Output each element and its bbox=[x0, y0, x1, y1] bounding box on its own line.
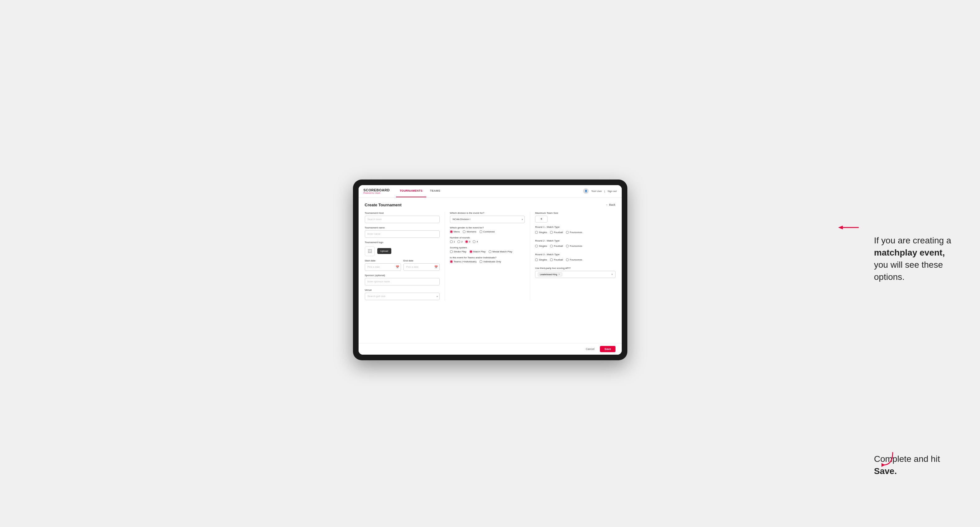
round-1-radio[interactable] bbox=[450, 240, 453, 243]
upload-button[interactable]: Upload bbox=[377, 248, 391, 254]
gender-radio-group: Mens Womens Combined bbox=[450, 230, 525, 233]
rounds-label: Number of rounds bbox=[450, 236, 525, 239]
division-group: Which division is the event for? NCAA Di… bbox=[450, 212, 525, 223]
round2-foursomes[interactable]: Foursomes bbox=[566, 244, 582, 248]
venue-input[interactable] bbox=[365, 293, 440, 300]
nav-tab-teams[interactable]: TEAMS bbox=[426, 185, 444, 198]
scoring-medal-radio[interactable] bbox=[488, 250, 492, 253]
scoring-medal-label: Medal Match Play bbox=[492, 250, 512, 253]
round-4-radio[interactable] bbox=[473, 240, 476, 243]
round1-match-group: Round 1 - Match Type Singles Fourball bbox=[535, 225, 615, 234]
end-date-input[interactable] bbox=[404, 264, 440, 271]
round3-foursomes-radio[interactable] bbox=[566, 258, 569, 261]
tournament-logo-group: Tournament logo 🖼 Upload bbox=[365, 241, 440, 256]
round2-singles-radio[interactable] bbox=[535, 244, 538, 248]
scoring-stroke-radio[interactable] bbox=[450, 250, 453, 253]
round-1-label: 1 bbox=[454, 240, 455, 243]
round-3[interactable]: 3 bbox=[465, 240, 470, 243]
round2-fourball[interactable]: Fourball bbox=[550, 244, 563, 248]
scoring-match[interactable]: Match Play bbox=[469, 250, 486, 253]
round1-foursomes[interactable]: Foursomes bbox=[566, 231, 582, 234]
start-date-wrap: 📅 bbox=[365, 264, 401, 271]
gender-mens-radio[interactable] bbox=[450, 230, 453, 233]
division-select[interactable]: NCAA Division I bbox=[450, 216, 525, 223]
round3-fourball[interactable]: Fourball bbox=[550, 258, 563, 261]
round2-singles[interactable]: Singles bbox=[535, 244, 547, 248]
round1-foursomes-label: Foursomes bbox=[570, 231, 582, 234]
round-1[interactable]: 1 bbox=[450, 240, 455, 243]
round3-fourball-radio[interactable] bbox=[550, 258, 553, 261]
gender-mens-label: Mens bbox=[454, 230, 460, 233]
start-date-group: Start date 📅 bbox=[365, 259, 401, 271]
rounds-group: Number of rounds 1 2 bbox=[450, 236, 525, 243]
gender-mens[interactable]: Mens bbox=[450, 230, 460, 233]
round-3-radio[interactable] bbox=[465, 240, 468, 243]
svg-marker-0 bbox=[838, 225, 843, 229]
round1-match-label: Round 1 - Match Type bbox=[535, 225, 615, 229]
sponsor-input[interactable] bbox=[365, 278, 440, 286]
gender-combined[interactable]: Combined bbox=[480, 230, 495, 233]
round3-foursomes[interactable]: Foursomes bbox=[566, 258, 582, 261]
tournament-name-label: Tournament name bbox=[365, 226, 440, 229]
gender-combined-label: Combined bbox=[483, 230, 495, 233]
main-content: Create Tournament ← Back Tournament Host… bbox=[359, 198, 622, 343]
round-4[interactable]: 4 bbox=[473, 240, 478, 243]
api-remove-icon[interactable]: ✕ bbox=[558, 273, 560, 276]
nav-bar: SCOREBOARD Powered by clippit TOURNAMENT… bbox=[359, 185, 622, 198]
tournament-host-input[interactable] bbox=[365, 216, 440, 223]
round1-foursomes-radio[interactable] bbox=[566, 231, 569, 234]
round2-foursomes-radio[interactable] bbox=[566, 244, 569, 248]
round3-singles[interactable]: Singles bbox=[535, 258, 547, 261]
end-date-group: End date 📅 bbox=[404, 259, 440, 271]
cancel-button[interactable]: Cancel bbox=[582, 346, 597, 352]
event-individuals-radio[interactable] bbox=[480, 260, 482, 263]
nav-tab-tournaments[interactable]: TOURNAMENTS bbox=[396, 185, 426, 198]
scoring-radio-group: Stroke Play Match Play Medal Match Play bbox=[450, 250, 525, 253]
svg-marker-1 bbox=[881, 463, 885, 467]
round-4-label: 4 bbox=[476, 240, 478, 243]
scoring-match-radio[interactable] bbox=[469, 250, 473, 253]
event-individuals-label: Individuals Only bbox=[483, 260, 501, 263]
max-team-size-input[interactable] bbox=[535, 216, 547, 222]
round3-singles-radio[interactable] bbox=[535, 258, 538, 261]
tournament-name-input[interactable] bbox=[365, 230, 440, 238]
event-teams[interactable]: Teams (+Individuals) bbox=[450, 260, 477, 263]
nav-logo-sub: Powered by clippit bbox=[364, 192, 390, 194]
user-name: Test User bbox=[591, 190, 602, 193]
scoring-medal[interactable]: Medal Match Play bbox=[488, 250, 512, 253]
round1-fourball-radio[interactable] bbox=[550, 231, 553, 234]
api-label: Use third-party live scoring API? bbox=[535, 267, 615, 270]
end-date-label: End date bbox=[404, 259, 440, 262]
scoring-stroke[interactable]: Stroke Play bbox=[450, 250, 466, 253]
event-teams-radio[interactable] bbox=[450, 260, 453, 263]
event-for-group: Is this event for Teams and/or Individua… bbox=[450, 256, 525, 263]
start-date-input[interactable] bbox=[365, 264, 401, 271]
round-3-label: 3 bbox=[469, 240, 470, 243]
nav-logo-title: SCOREBOARD bbox=[364, 189, 390, 192]
round1-match-options: Singles Fourball Foursomes bbox=[535, 231, 615, 234]
api-tag: Leaderboard King ✕ bbox=[538, 272, 562, 276]
round-2-radio[interactable] bbox=[457, 240, 460, 243]
save-button[interactable]: Save bbox=[600, 346, 615, 352]
nav-logo: SCOREBOARD Powered by clippit bbox=[364, 189, 390, 194]
division-select-wrap: NCAA Division I bbox=[450, 216, 525, 223]
tablet-screen: SCOREBOARD Powered by clippit TOURNAMENT… bbox=[359, 185, 622, 355]
round1-singles[interactable]: Singles bbox=[535, 231, 547, 234]
round1-singles-radio[interactable] bbox=[535, 231, 538, 234]
round-2[interactable]: 2 bbox=[457, 240, 462, 243]
event-individuals[interactable]: Individuals Only bbox=[480, 260, 501, 263]
round2-fourball-radio[interactable] bbox=[550, 244, 553, 248]
gender-womens-radio[interactable] bbox=[463, 230, 466, 233]
gender-combined-radio[interactable] bbox=[480, 230, 482, 233]
gender-womens[interactable]: Womens bbox=[463, 230, 476, 233]
nav-tabs: TOURNAMENTS TEAMS bbox=[396, 185, 583, 198]
round2-match-label: Round 2 - Match Type bbox=[535, 239, 615, 242]
api-select-box[interactable]: Leaderboard King ✕ ▾ bbox=[535, 271, 615, 278]
round3-match-group: Round 3 - Match Type Singles Fourball bbox=[535, 253, 615, 261]
gender-label: Which gender is the event for? bbox=[450, 226, 525, 229]
sponsor-group: Sponsor (optional) bbox=[365, 274, 440, 286]
back-button[interactable]: ← Back bbox=[606, 203, 616, 206]
annotation-right-bold: matchplay event, bbox=[874, 248, 945, 257]
round1-fourball[interactable]: Fourball bbox=[550, 231, 563, 234]
sign-out-link[interactable]: Sign out bbox=[608, 190, 616, 193]
